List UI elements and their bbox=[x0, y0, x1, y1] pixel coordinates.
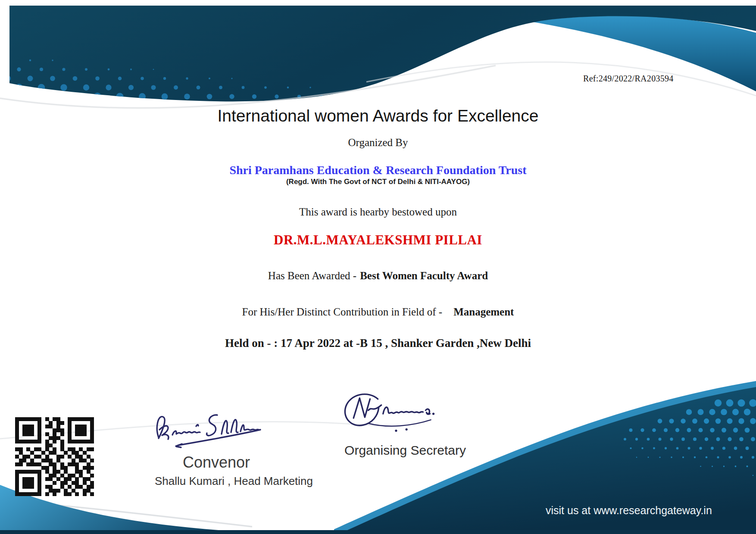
bottom-strip bbox=[0, 530, 756, 534]
qr-code bbox=[15, 417, 94, 496]
organized-by-label: Organized By bbox=[0, 137, 756, 149]
secretary-role: Organising Secretary bbox=[343, 443, 468, 458]
top-halftone-dots bbox=[3, 59, 424, 111]
top-teal-band bbox=[9, 6, 756, 101]
field-name: Management bbox=[453, 306, 514, 318]
contribution-line: For His/Her Distinct Contribution in Fie… bbox=[0, 306, 756, 318]
organization-name: Shri Paramhans Education & Research Foun… bbox=[0, 163, 756, 177]
award-name: Best Women Faculty Award bbox=[360, 270, 488, 281]
award-line-prefix: Has Been Awarded - bbox=[268, 270, 356, 281]
ref-number: Ref:249/2022/RA203594 bbox=[583, 74, 674, 84]
footer-link: visit us at www.researchgateway.in bbox=[546, 504, 712, 517]
bottom-halftone-dots bbox=[624, 399, 756, 476]
secretary-signature-image bbox=[341, 388, 458, 437]
bestowed-line: This award is hearby bestowed upon bbox=[0, 206, 756, 218]
certificate-title: International women Awards for Excellenc… bbox=[0, 106, 756, 125]
award-line: Has Been Awarded -Best Women Faculty Awa… bbox=[0, 270, 756, 282]
recipient-name: DR.M.L.MAYALEKSHMI PILLAI bbox=[0, 232, 756, 248]
convenor-role: Convenor bbox=[152, 453, 281, 472]
contribution-prefix: For His/Her Distinct Contribution in Fie… bbox=[242, 306, 443, 318]
organization-registration: (Regd. With The Govt of NCT of Delhi & N… bbox=[0, 178, 756, 186]
certificate-page: Ref:249/2022/RA203594 International wome… bbox=[0, 0, 756, 534]
convenor-name-line: Shallu Kumari , Head Marketing bbox=[134, 475, 334, 488]
convenor-signature-image bbox=[152, 403, 294, 452]
event-details-line: Held on - : 17 Apr 2022 at -B 15 , Shank… bbox=[0, 337, 756, 350]
